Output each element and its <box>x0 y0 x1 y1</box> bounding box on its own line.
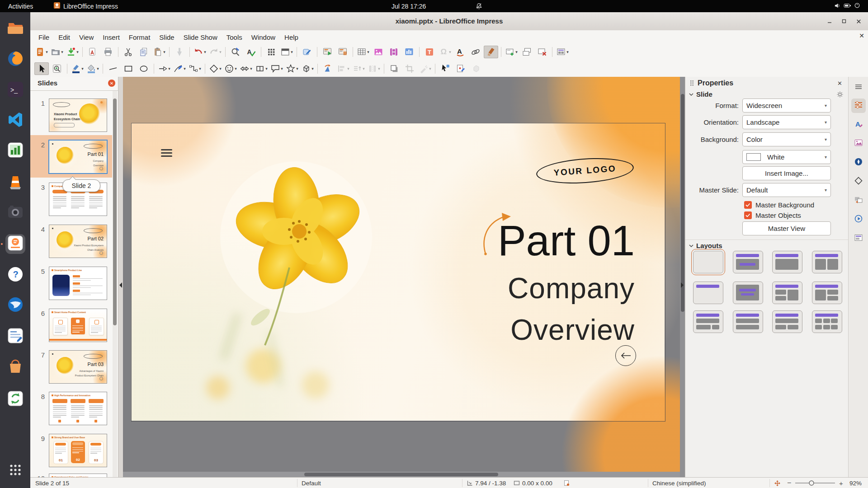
sidebar-tab-properties[interactable] <box>851 99 866 113</box>
basic-shapes-button[interactable]: ▾ <box>208 62 222 75</box>
master-view-button[interactable]: Master View <box>742 221 831 235</box>
hyperlink-button[interactable] <box>468 46 483 58</box>
horizontal-scrollbar-thumb[interactable] <box>304 473 498 476</box>
layout-title-6content[interactable] <box>812 310 842 333</box>
crop-button[interactable] <box>402 62 417 75</box>
zoom-pan-button[interactable] <box>50 62 64 75</box>
menu-edit[interactable]: Edit <box>54 32 75 43</box>
distribute-button[interactable]: ▾ <box>367 62 381 75</box>
insert-table-dropdown-arrow[interactable]: ▾ <box>367 50 369 54</box>
slide-settings-gear-icon[interactable] <box>837 91 843 99</box>
save-dropdown-arrow[interactable]: ▾ <box>76 50 79 54</box>
delete-slide-button[interactable] <box>535 46 549 58</box>
text-language[interactable]: Chinese (simplified) <box>652 478 706 488</box>
master-slide-name[interactable]: Default <box>302 478 321 488</box>
sidebar-tab-gallery[interactable] <box>851 136 866 151</box>
properties-close-icon[interactable]: ✕ <box>837 80 842 87</box>
collapse-left-icon[interactable] <box>119 282 122 288</box>
slide-layout-dropdown-arrow[interactable]: ▾ <box>566 50 569 54</box>
layout-title-2-content-right[interactable] <box>772 282 802 304</box>
print-button[interactable] <box>101 46 115 58</box>
subtitle-line-2[interactable]: Overview <box>510 315 635 344</box>
to-3d-button[interactable] <box>469 62 483 75</box>
dock-terminal[interactable]: >_ <box>5 80 25 100</box>
layout-title-only[interactable] <box>693 282 723 304</box>
vertical-scrollbar-thumb[interactable] <box>681 94 684 312</box>
callouts-button[interactable]: ▾ <box>269 62 284 75</box>
insert-line-button[interactable] <box>106 62 120 75</box>
align-objects-dropdown-arrow[interactable]: ▾ <box>347 66 349 71</box>
save-button[interactable]: ▾ <box>65 46 80 58</box>
3d-objects-dropdown-arrow[interactable]: ▾ <box>311 66 314 71</box>
find-and-replace-button[interactable] <box>228 46 243 58</box>
gluepoints-button[interactable] <box>453 62 468 75</box>
dock-software-updater[interactable] <box>5 389 25 409</box>
redo-button[interactable]: ▾ <box>208 46 222 58</box>
layout-title-content-line[interactable] <box>733 251 763 273</box>
menu-view[interactable]: View <box>75 32 98 43</box>
dock-vscode[interactable] <box>5 111 25 131</box>
3d-objects-button[interactable]: ▾ <box>300 62 315 75</box>
paste-dropdown-arrow[interactable]: ▾ <box>163 50 165 54</box>
start-from-current-slide-button[interactable] <box>335 46 350 58</box>
dock-thunderbird[interactable] <box>5 296 25 315</box>
menu-help[interactable]: Help <box>280 32 303 43</box>
slide-layout-button[interactable]: ▾ <box>555 46 570 58</box>
zoom-in-button[interactable]: + <box>839 478 843 488</box>
stars-dropdown-arrow[interactable]: ▾ <box>296 66 298 71</box>
image-filter-button[interactable]: ▾ <box>418 62 432 75</box>
fontwork-button[interactable]: A <box>453 46 467 58</box>
menu-tools[interactable]: Tools <box>222 32 247 43</box>
vertical-scrollbar[interactable] <box>680 77 685 477</box>
insert-textbox-button[interactable]: T <box>422 46 437 58</box>
insert-media-button[interactable] <box>387 46 401 58</box>
layout-title-content[interactable] <box>772 251 802 273</box>
redo-dropdown-arrow[interactable]: ▾ <box>219 50 222 54</box>
callouts-dropdown-arrow[interactable]: ▾ <box>281 66 283 71</box>
flowchart-button[interactable]: ▾ <box>254 62 269 75</box>
maximize-button[interactable] <box>838 15 850 27</box>
symbol-shapes-dropdown-arrow[interactable]: ▾ <box>235 66 237 71</box>
display-grid-button[interactable] <box>264 46 278 58</box>
basic-shapes-dropdown-arrow[interactable]: ▾ <box>219 66 222 71</box>
display-views-dropdown-arrow[interactable]: ▾ <box>291 50 293 54</box>
curved-arrow-decoration[interactable] <box>478 211 514 257</box>
slide-canvas[interactable]: YOUR LOGO Part 01 Company Overview <box>123 77 680 477</box>
master-slide-select[interactable]: Default▾ <box>742 183 831 197</box>
slide-thumbnail-10[interactable]: Omnichannel Sales and Service <box>49 474 107 477</box>
undo-dropdown-arrow[interactable]: ▾ <box>204 50 206 54</box>
block-arrows-button[interactable]: ▾ <box>239 62 253 75</box>
slides-scrollbar[interactable] <box>113 91 117 477</box>
insert-image-button[interactable] <box>371 46 386 58</box>
menu-window[interactable]: Window <box>247 32 280 43</box>
lines-and-arrows-dropdown-arrow[interactable]: ▾ <box>168 66 170 71</box>
sidebar-tab-shapes[interactable] <box>851 174 866 189</box>
insert-table-button[interactable]: ▾ <box>356 46 370 58</box>
dock-files[interactable] <box>5 19 25 39</box>
layout-title-4content[interactable] <box>772 310 802 333</box>
block-arrows-dropdown-arrow[interactable]: ▾ <box>250 66 252 71</box>
select-button[interactable] <box>34 62 49 75</box>
back-arrow-icon[interactable] <box>615 345 636 366</box>
slide-thumbnail-7[interactable]: Part 03Advantages of XiaomiProduct Ecosy… <box>49 350 107 384</box>
layout-title-two-content[interactable] <box>812 251 842 273</box>
new-document-button[interactable]: ▾ <box>34 46 49 58</box>
menu-slide-show[interactable]: Slide Show <box>179 32 222 43</box>
undo-button[interactable]: ▾ <box>193 46 207 58</box>
hamburger-menu-icon[interactable] <box>161 149 172 158</box>
zoom-fit-icon[interactable] <box>774 478 781 488</box>
background-select[interactable]: Color▾ <box>742 132 831 146</box>
layout-title-2-content-left[interactable] <box>812 282 842 304</box>
system-status-area[interactable] <box>834 0 860 12</box>
menu-insert[interactable]: Insert <box>98 32 124 43</box>
dock-camera[interactable] <box>5 203 25 223</box>
cut-button[interactable] <box>121 46 136 58</box>
image-filter-dropdown-arrow[interactable]: ▾ <box>429 66 431 71</box>
format-select[interactable]: Widescreen▾ <box>742 99 831 113</box>
zoom-level[interactable]: 92% <box>849 478 862 488</box>
symbol-shapes-button[interactable]: ▾ <box>223 62 238 75</box>
slide-thumbnail-9[interactable]: Strong Brand and User Base010203 <box>49 434 107 467</box>
open-dropdown-arrow[interactable]: ▾ <box>61 50 63 54</box>
edit-mode-button[interactable] <box>300 46 314 58</box>
dock-firefox[interactable] <box>5 50 25 70</box>
